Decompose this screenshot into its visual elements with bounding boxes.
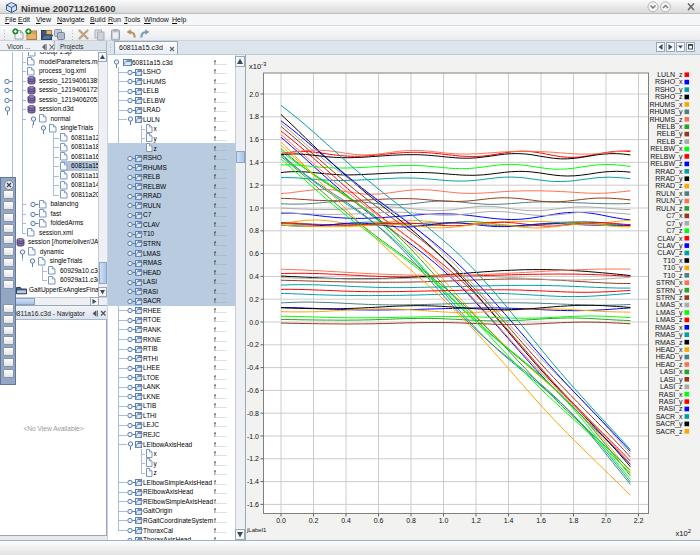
svg-text:0.8: 0.8 [249, 227, 259, 234]
svg-text:1.8: 1.8 [249, 113, 259, 120]
svg-text:1.8: 1.8 [569, 517, 579, 524]
svg-text:2.2: 2.2 [634, 517, 644, 524]
svg-text:0.6: 0.6 [374, 517, 384, 524]
svg-text:-0.4: -0.4 [247, 364, 259, 371]
svg-text:0.2: 0.2 [249, 296, 259, 303]
svg-text:SACR_z: SACR_z [656, 428, 683, 436]
svg-text:-0.6: -0.6 [247, 387, 259, 394]
svg-text:1.0: 1.0 [249, 205, 259, 212]
svg-text:jLabel1: jLabel1 [246, 527, 267, 533]
svg-text:1.6: 1.6 [536, 517, 546, 524]
svg-text:-1.4: -1.4 [247, 478, 259, 485]
svg-text:1.4: 1.4 [249, 159, 259, 166]
svg-text:1.2: 1.2 [249, 182, 259, 189]
svg-text:0.4: 0.4 [341, 517, 351, 524]
svg-text:0.2: 0.2 [309, 517, 319, 524]
svg-text:1.2: 1.2 [471, 517, 481, 524]
svg-text:-0.2: -0.2 [247, 341, 259, 348]
svg-text:-1.2: -1.2 [247, 455, 259, 462]
svg-text:0.0: 0.0 [249, 319, 259, 326]
svg-text:0.8: 0.8 [406, 517, 416, 524]
svg-text:0.0: 0.0 [276, 517, 286, 524]
svg-text:0.4: 0.4 [249, 273, 259, 280]
svg-text:1.6: 1.6 [249, 136, 259, 143]
svg-text:2.0: 2.0 [249, 91, 259, 98]
svg-text:-1.6: -1.6 [247, 501, 259, 508]
svg-text:2.0: 2.0 [601, 517, 611, 524]
svg-text:-0.8: -0.8 [247, 410, 259, 417]
svg-text:1.0: 1.0 [439, 517, 449, 524]
svg-text:-1.0: -1.0 [247, 433, 259, 440]
svg-text:1.4: 1.4 [504, 517, 514, 524]
svg-text:0.6: 0.6 [249, 250, 259, 257]
